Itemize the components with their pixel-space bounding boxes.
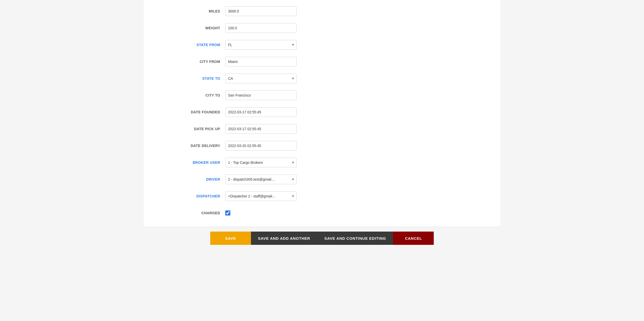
state-from-select-wrapper: FL CA NY TX ▼ <box>225 40 297 50</box>
charged-checkbox[interactable] <box>225 210 230 216</box>
state-to-select[interactable]: CA FL NY TX <box>225 74 297 83</box>
miles-input[interactable] <box>225 6 297 16</box>
weight-input[interactable] <box>225 23 297 33</box>
broker-user-select[interactable]: 1 - Top Cargo Brokers 2 - Other Broker <box>225 158 297 167</box>
driver-row: DRIVER 2 - dispatch305.test@gmail.... 1 … <box>154 173 490 185</box>
footer-bar: SAVE SAVE AND ADD ANOTHER SAVE AND CONTI… <box>144 227 500 249</box>
city-from-row: CITY FROM <box>154 56 490 68</box>
save-button[interactable]: SAVE <box>210 232 251 245</box>
date-pickup-input[interactable] <box>225 124 297 134</box>
form-container: MILES WEIGHT STATE FROM FL CA NY TX ▼ CI <box>144 5 500 219</box>
city-from-label: CITY FROM <box>154 60 225 64</box>
date-pickup-row: DATE PICK UP <box>154 123 490 135</box>
date-delivery-label: DATE DELIVERY <box>154 144 225 148</box>
date-founded-label: DATE FOUNDED <box>154 110 225 114</box>
city-to-row: CITY TO <box>154 89 490 101</box>
date-delivery-input[interactable] <box>225 141 297 151</box>
broker-user-select-wrapper: 1 - Top Cargo Brokers 2 - Other Broker ▼ <box>225 158 297 167</box>
dispatcher-select-wrapper: <Dispatcher 2 - staff@gmail... Dispatche… <box>225 191 297 201</box>
page-wrapper: MILES WEIGHT STATE FROM FL CA NY TX ▼ CI <box>144 0 500 249</box>
driver-select[interactable]: 2 - dispatch305.test@gmail.... 1 - drive… <box>225 175 297 184</box>
state-from-row: STATE FROM FL CA NY TX ▼ <box>154 39 490 51</box>
date-founded-row: DATE FOUNDED <box>154 106 490 118</box>
save-add-another-button[interactable]: SAVE AND ADD ANOTHER <box>251 232 317 245</box>
broker-user-label: BROKER USER <box>154 160 225 165</box>
weight-label: WEIGHT <box>154 26 225 30</box>
driver-select-wrapper: 2 - dispatch305.test@gmail.... 1 - drive… <box>225 175 297 184</box>
state-from-label: STATE FROM <box>154 43 225 47</box>
weight-row: WEIGHT <box>154 22 490 34</box>
date-delivery-row: DATE DELIVERY <box>154 140 490 152</box>
city-from-input[interactable] <box>225 57 297 66</box>
state-from-select[interactable]: FL CA NY TX <box>225 40 297 50</box>
date-pickup-label: DATE PICK UP <box>154 127 225 131</box>
state-to-row: STATE TO CA FL NY TX ▼ <box>154 72 490 85</box>
dispatcher-label: DISPATCHER <box>154 194 225 198</box>
cancel-button[interactable]: CANCEL <box>393 232 434 245</box>
city-to-input[interactable] <box>225 90 297 100</box>
save-continue-editing-button[interactable]: SAVE AND CONTINUE EDITING <box>317 232 393 245</box>
state-to-select-wrapper: CA FL NY TX ▼ <box>225 74 297 83</box>
driver-label: DRIVER <box>154 177 225 181</box>
charged-checkbox-wrapper <box>225 210 297 216</box>
city-to-label: CITY TO <box>154 93 225 97</box>
state-to-label: STATE TO <box>154 76 225 81</box>
dispatcher-select[interactable]: <Dispatcher 2 - staff@gmail... Dispatche… <box>225 191 297 201</box>
charged-row: CHARGED <box>154 207 490 219</box>
date-founded-input[interactable] <box>225 107 297 117</box>
miles-row: MILES <box>154 5 490 17</box>
charged-label: CHARGED <box>154 211 225 215</box>
broker-user-row: BROKER USER 1 - Top Cargo Brokers 2 - Ot… <box>154 156 490 169</box>
miles-label: MILES <box>154 9 225 13</box>
dispatcher-row: DISPATCHER <Dispatcher 2 - staff@gmail..… <box>154 190 490 202</box>
